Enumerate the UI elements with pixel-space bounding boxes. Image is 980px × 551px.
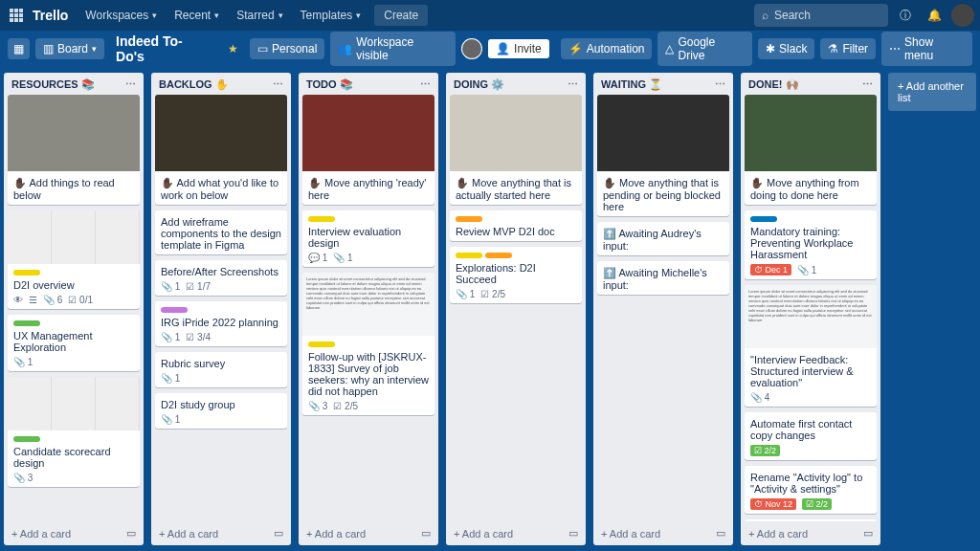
list-menu-icon[interactable]: ⋯ <box>273 78 283 91</box>
list-title[interactable]: DOING ⚙️ <box>454 78 504 91</box>
template-icon[interactable]: ▭ <box>421 527 431 540</box>
list-title[interactable]: BACKLOG ✋ <box>159 78 229 91</box>
card[interactable]: ✋🏿 Move anything that is pending or bein… <box>597 95 729 216</box>
card[interactable]: ✋🏿 Move anything from doing to done here <box>745 95 877 205</box>
personal-button[interactable]: ▭Personal <box>250 38 324 59</box>
card[interactable]: IRG iPride 2022 planning📎 1☑ 3/4 <box>155 301 287 346</box>
card-title: Review MVP D2I doc <box>456 226 576 237</box>
card[interactable]: ⬆️ Awaiting Audrey's input: <box>597 222 729 255</box>
visibility-button[interactable]: 👥Workspace visible <box>330 32 456 66</box>
list-body: ✋🏿 Add things to read belowD2I overview👁… <box>4 95 144 521</box>
member-avatar[interactable] <box>461 38 482 59</box>
list-menu-icon[interactable]: ⋯ <box>715 78 725 91</box>
board-canvas[interactable]: RESOURCES 📚 ⋯ ✋🏿 Add things to read belo… <box>0 67 980 551</box>
add-card-button[interactable]: + Add a card ▭ <box>741 521 880 545</box>
board-title[interactable]: Indeed To-Do's <box>110 33 216 64</box>
card-title: Candidate scorecard design <box>13 446 134 469</box>
card[interactable]: UX Management Exploration📎 1 <box>8 315 140 371</box>
card[interactable]: ⬆️ Awaiting Michelle's input: <box>597 261 729 295</box>
template-icon[interactable]: ▭ <box>126 527 136 540</box>
list: WAITING ⏳ ⋯ ✋🏿 Move anything that is pen… <box>593 73 733 545</box>
add-card-button[interactable]: + Add a card ▭ <box>151 521 291 545</box>
template-icon[interactable]: ▭ <box>863 527 873 540</box>
list-title[interactable]: DONE! 🙌🏽 <box>748 78 799 91</box>
card[interactable]: ✋🏿 Add what you'd like to work on below <box>155 95 287 205</box>
card[interactable]: Candidate scorecard design📎 3 <box>8 377 140 487</box>
list-menu-icon[interactable]: ⋯ <box>862 78 873 91</box>
filter-button[interactable]: ⚗Filter <box>820 38 876 59</box>
menu-recent[interactable]: Recent▾ <box>167 5 227 26</box>
invite-button[interactable]: 👤Invite <box>488 39 549 58</box>
card-label[interactable] <box>456 253 482 258</box>
slack-button[interactable]: ✱Slack <box>758 38 814 59</box>
list-menu-icon[interactable]: ⋯ <box>420 78 431 91</box>
card-label[interactable] <box>161 307 188 313</box>
card-image: Lorem ipsum dolor sit amet consectetur a… <box>745 285 877 348</box>
automation-button[interactable]: ⚡Automation <box>561 38 653 59</box>
menu-templates[interactable]: Templates▾ <box>293 5 369 26</box>
board-nav-icon[interactable]: ▦ <box>8 38 30 59</box>
card-label[interactable] <box>13 320 40 326</box>
card[interactable]: Add wireframe components to the design t… <box>155 210 287 254</box>
card-label[interactable] <box>308 216 335 222</box>
card-title: ✋🏿 Move anything that is pending or bein… <box>603 177 724 212</box>
card[interactable]: Interview evaluation design💬 1📎 1 <box>302 210 434 267</box>
card[interactable]: Before/After Screenshots📎 1☑ 1/7 <box>155 260 287 296</box>
add-card-button[interactable]: + Add a card ▭ <box>446 521 586 545</box>
card[interactable]: Review MVP D2I doc <box>450 210 582 241</box>
create-button[interactable]: Create <box>374 5 428 26</box>
star-icon[interactable]: ★ <box>222 42 244 55</box>
card[interactable]: ✋🏿 Move anything 'ready' here <box>302 95 434 205</box>
card[interactable]: Rename "Activity log" to "Activity & set… <box>745 466 877 514</box>
list-title[interactable]: RESOURCES 📚 <box>11 78 95 91</box>
card[interactable]: Explorations: D2I Succeed📎 1☑ 2/5 <box>450 247 582 303</box>
notifications-icon[interactable]: 🔔 <box>923 4 946 27</box>
list-menu-icon[interactable]: ⋯ <box>125 78 136 91</box>
card-label[interactable] <box>750 216 777 222</box>
list-title[interactable]: TODO 📚 <box>306 78 353 91</box>
list-body: ✋🏿 Add what you'd like to work on belowA… <box>151 95 291 521</box>
template-icon[interactable]: ▭ <box>716 527 725 540</box>
info-icon[interactable]: ⓘ <box>894 4 917 27</box>
card-cover <box>597 95 729 171</box>
card[interactable]: Automate first contact copy changes☑ 2/2 <box>745 412 877 460</box>
list-menu-icon[interactable]: ⋯ <box>568 78 578 91</box>
card-title: IRG iPride 2022 planning <box>161 317 281 328</box>
menu-workspaces[interactable]: Workspaces▾ <box>78 5 165 26</box>
template-icon[interactable]: ▭ <box>274 527 283 540</box>
card[interactable]: Lorem ipsum dolor sit amet consectetur a… <box>745 285 877 407</box>
show-menu-button[interactable]: ⋯Show menu <box>881 32 972 66</box>
list-header: DONE! 🙌🏽 ⋯ <box>741 73 880 95</box>
card-label[interactable] <box>13 270 40 276</box>
card[interactable]: ✋🏿 Add things to read below <box>8 95 140 205</box>
board-view-button[interactable]: ▥Board▾ <box>35 38 104 59</box>
card[interactable]: Mandatory training: Preventing Workplace… <box>745 210 877 279</box>
card-cover <box>302 95 434 171</box>
card-label[interactable] <box>308 342 335 347</box>
add-card-button[interactable]: + Add a card ▭ <box>299 521 438 545</box>
card[interactable]: ✋🏿 Move anything that is actually starte… <box>450 95 582 205</box>
card-title: Rename "Activity log" to "Activity & set… <box>750 472 871 495</box>
list-title[interactable]: WAITING ⏳ <box>601 78 662 91</box>
card[interactable]: Lorem ipsum dolor sit amet consectetur a… <box>302 273 434 415</box>
attachment-badge: 📎 1 <box>161 281 180 292</box>
card-label[interactable] <box>13 436 40 442</box>
add-card-button[interactable]: + Add a card ▭ <box>593 521 733 545</box>
menu-starred[interactable]: Starred▾ <box>229 5 290 26</box>
search-input[interactable]: ⌕ Search <box>754 4 888 27</box>
chevron-down-icon: ▾ <box>278 11 283 20</box>
template-icon[interactable]: ▭ <box>568 527 578 540</box>
add-card-button[interactable]: + Add a card ▭ <box>4 521 144 545</box>
trello-logo[interactable]: Trello <box>33 8 68 23</box>
add-list-button[interactable]: + Add another list <box>888 73 976 111</box>
card-label[interactable] <box>456 216 482 222</box>
card-label[interactable] <box>485 253 512 258</box>
card[interactable]: D2I study group📎 1 <box>155 393 287 429</box>
user-avatar[interactable] <box>951 4 974 27</box>
card[interactable]: Rubric survey📎 1 <box>155 352 287 387</box>
apps-icon[interactable] <box>10 9 23 22</box>
google-drive-button[interactable]: △Google Drive <box>657 32 752 66</box>
card-title: Automate first contact copy changes <box>750 418 871 441</box>
card-title: "Interview Feedback: Structured intervie… <box>750 354 871 388</box>
card[interactable]: D2I overview👁☰📎 6☑ 0/1 <box>8 210 140 309</box>
